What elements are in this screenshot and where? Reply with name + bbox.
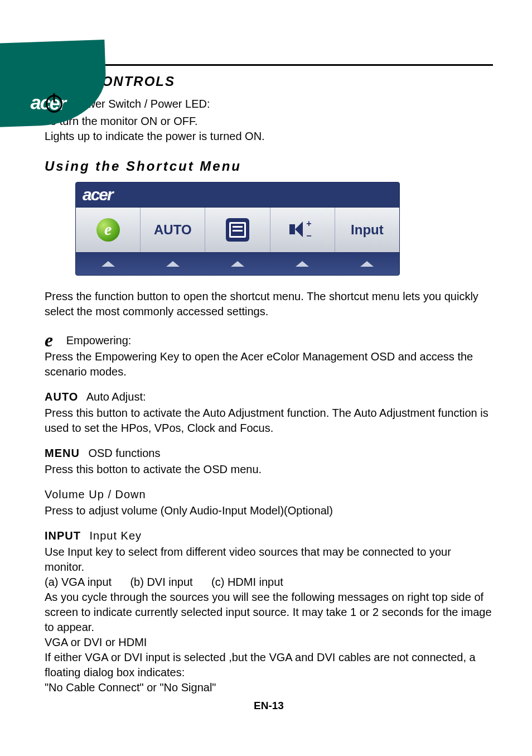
auto-adjust-desc: Press this button to activate the Auto A…: [45, 406, 493, 436]
shortcut-intro: Press the function button to open the sh…: [45, 289, 493, 319]
volume-section: Volume Up / Down Press to adjust volume …: [45, 487, 493, 518]
menu-icon: [226, 218, 249, 242]
input-line5: "No Cable Connect" or "No Signal": [45, 680, 493, 695]
auto-adjust-heading: AUTO Auto Adjust:: [45, 389, 493, 405]
arrow-up-icon: [231, 261, 244, 267]
osd-arrow-5[interactable]: [335, 253, 399, 275]
empowering-label: Empowering:: [66, 334, 132, 346]
osd-arrow-1[interactable]: [76, 253, 141, 275]
auto-adjust-label: Auto Adjust:: [86, 391, 146, 403]
osd-input-button[interactable]: Input: [335, 208, 399, 252]
osd-arrow-row: [76, 253, 399, 275]
volume-icon: +−: [289, 218, 315, 242]
input-para2: As you cycle through the sources you wil…: [45, 590, 493, 635]
power-line1: To turn the monitor ON or OFF.: [45, 114, 493, 129]
osd-auto-button[interactable]: AUTO: [141, 208, 205, 252]
empowering-section: e Empowering: Press the Empowering Key t…: [45, 333, 493, 379]
osd-input-label: Input: [351, 222, 384, 238]
power-row: Power Switch / Power LED:: [45, 95, 493, 113]
input-label: Input Key: [90, 529, 142, 542]
osd-volume-button[interactable]: +−: [270, 208, 335, 252]
osd-empowering-button[interactable]: e: [76, 208, 141, 252]
top-rule: [45, 64, 493, 66]
heading-shortcut-menu: Using the Shortcut Menu: [45, 158, 493, 174]
osd-arrow-2[interactable]: [141, 253, 205, 275]
input-para1: Use Input key to select from different v…: [45, 545, 493, 575]
osd-arrow-3[interactable]: [205, 253, 270, 275]
osd-arrow-4[interactable]: [270, 253, 335, 275]
osd-header: acer: [76, 182, 399, 207]
empowering-heading-row: e Empowering:: [45, 333, 493, 348]
input-line3: VGA or DVI or HDMI: [45, 635, 493, 650]
input-badge: INPUT: [45, 529, 81, 542]
arrow-up-icon: [101, 261, 115, 267]
arrow-up-icon: [360, 261, 374, 267]
input-options: (a) VGA input (b) DVI input (c) HDMI inp…: [45, 575, 493, 590]
arrow-up-icon: [296, 261, 309, 267]
power-line2: Lights up to indicate the power is turne…: [45, 129, 493, 144]
auto-badge: AUTO: [45, 391, 78, 403]
page-number: EN-13: [45, 700, 493, 712]
osd-auto-label: AUTO: [154, 222, 192, 238]
empowering-icon: e: [96, 218, 120, 242]
heading-user-controls: USER CONTROLS: [45, 74, 493, 89]
menu-badge: MENU: [45, 447, 80, 459]
menu-label: OSD functions: [88, 447, 160, 459]
osd-panel: acer e AUTO +− Input: [75, 182, 400, 276]
volume-heading: Volume Up / Down: [45, 487, 493, 502]
arrow-up-icon: [166, 261, 180, 267]
menu-section: MENU OSD functions Press this botton to …: [45, 446, 493, 477]
osd-menu-button[interactable]: [205, 208, 270, 252]
page: acer USER CONTROLS Power Switch / Power …: [0, 64, 532, 756]
empowering-e-icon: e: [45, 333, 53, 348]
empowering-desc: Press the Empowering Key to open the Ace…: [45, 349, 493, 379]
input-heading: INPUT Input Key: [45, 528, 493, 543]
osd-button-row: e AUTO +− Input: [76, 207, 399, 253]
osd-logo: acer: [83, 185, 113, 204]
menu-desc: Press this botton to activate the OSD me…: [45, 462, 493, 477]
menu-heading: MENU OSD functions: [45, 446, 493, 461]
input-section: INPUT Input Key Use Input key to select …: [45, 528, 493, 695]
volume-desc: Press to adjust volume (Only Audio-Input…: [45, 503, 493, 518]
input-line4: If either VGA or DVI input is selected ,…: [45, 650, 493, 680]
auto-adjust-section: AUTO Auto Adjust: Press this button to a…: [45, 389, 493, 436]
